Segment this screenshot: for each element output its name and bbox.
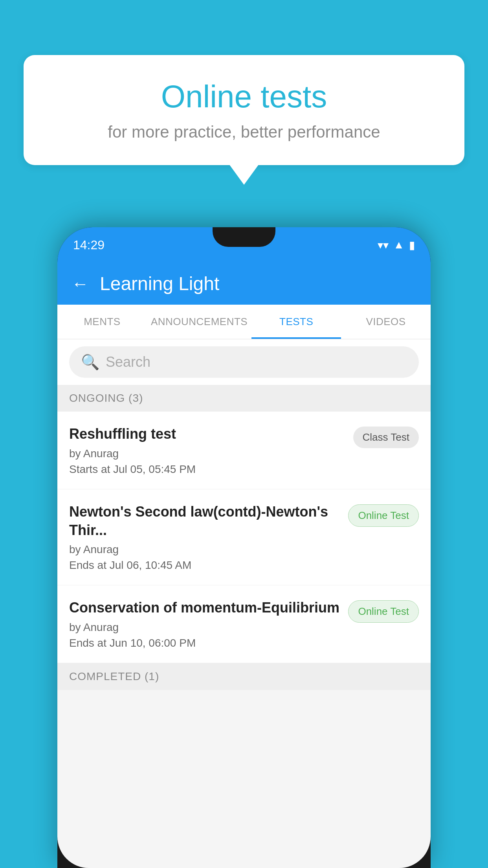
- test-item[interactable]: Reshuffling test by Anurag Starts at Jul…: [57, 412, 431, 489]
- tab-ments[interactable]: MENTS: [57, 305, 147, 339]
- search-icon: 🔍: [81, 353, 99, 371]
- tab-announcements[interactable]: ANNOUNCEMENTS: [147, 305, 251, 339]
- app-title: Learning Light: [100, 273, 219, 294]
- notch: [213, 227, 275, 247]
- completed-section-header: COMPLETED (1): [57, 663, 431, 690]
- status-time: 14:29: [73, 238, 105, 252]
- test-badge-online-2: Online Test: [348, 600, 419, 623]
- test-time: Ends at Jul 06, 10:45 AM: [69, 559, 340, 572]
- test-author: by Anurag: [69, 621, 340, 634]
- phone-frame: 14:29 ▾▾ ▲ ▮ ← Learning Light MENTS ANNO…: [57, 227, 431, 868]
- tab-videos[interactable]: VIDEOS: [341, 305, 431, 339]
- test-author: by Anurag: [69, 447, 345, 460]
- tab-bar: MENTS ANNOUNCEMENTS TESTS VIDEOS: [57, 305, 431, 339]
- test-badge-class: Class Test: [353, 427, 419, 448]
- test-name: Newton's Second law(contd)-Newton's Thir…: [69, 503, 340, 540]
- speech-bubble: Online tests for more practice, better p…: [24, 55, 464, 165]
- search-container: 🔍 Search: [57, 339, 431, 385]
- test-time: Starts at Jul 05, 05:45 PM: [69, 463, 345, 476]
- test-info: Newton's Second law(contd)-Newton's Thir…: [69, 503, 348, 572]
- bubble-subtitle: for more practice, better performance: [51, 123, 437, 142]
- app-header: ← Learning Light: [57, 263, 431, 305]
- ongoing-section-header: ONGOING (3): [57, 385, 431, 412]
- test-name: Reshuffling test: [69, 425, 345, 443]
- signal-icon: ▲: [393, 239, 404, 251]
- test-info: Reshuffling test by Anurag Starts at Jul…: [69, 425, 353, 476]
- ongoing-label: ONGOING (3): [69, 392, 143, 404]
- test-item[interactable]: Newton's Second law(contd)-Newton's Thir…: [57, 489, 431, 586]
- status-icons: ▾▾ ▲ ▮: [378, 239, 415, 252]
- test-author: by Anurag: [69, 543, 340, 556]
- search-input[interactable]: Search: [106, 354, 150, 370]
- test-info: Conservation of momentum-Equilibrium by …: [69, 599, 348, 649]
- status-bar: 14:29 ▾▾ ▲ ▮: [57, 227, 431, 263]
- search-bar[interactable]: 🔍 Search: [69, 346, 419, 378]
- test-item[interactable]: Conservation of momentum-Equilibrium by …: [57, 585, 431, 663]
- phone-screen: ← Learning Light MENTS ANNOUNCEMENTS TES…: [57, 263, 431, 868]
- test-badge-online: Online Test: [348, 504, 419, 527]
- test-time: Ends at Jun 10, 06:00 PM: [69, 637, 340, 649]
- completed-label: COMPLETED (1): [69, 670, 159, 682]
- battery-icon: ▮: [409, 239, 415, 252]
- test-name: Conservation of momentum-Equilibrium: [69, 599, 340, 617]
- tab-tests[interactable]: TESTS: [251, 305, 341, 339]
- back-button[interactable]: ←: [72, 275, 89, 292]
- wifi-icon: ▾▾: [378, 239, 389, 252]
- speech-bubble-container: Online tests for more practice, better p…: [24, 55, 464, 165]
- bubble-title: Online tests: [51, 79, 437, 115]
